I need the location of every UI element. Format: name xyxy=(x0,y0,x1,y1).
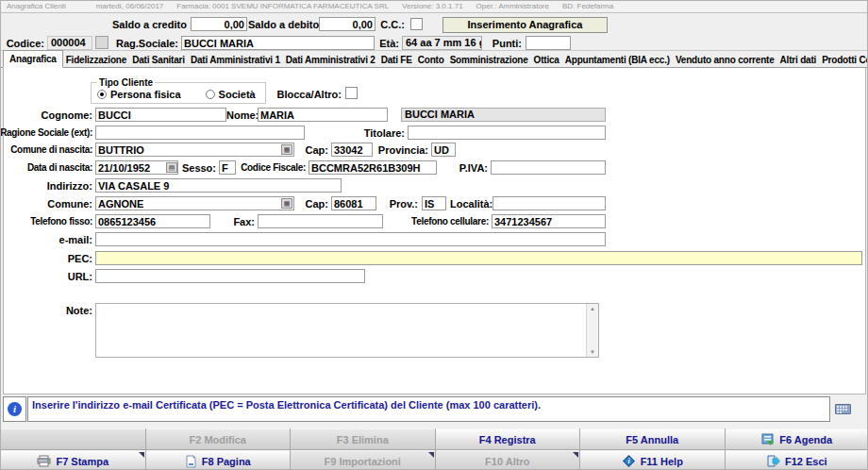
comune-nascita-label: Comune di nascita: xyxy=(4,144,92,155)
f8-pagina-button[interactable]: F8 Pagina xyxy=(146,450,291,470)
piva-field[interactable] xyxy=(491,160,606,175)
sesso-field[interactable] xyxy=(219,160,236,175)
blocca-altro-label: Blocca/Altro: xyxy=(275,89,342,100)
comune-nascita-field[interactable] xyxy=(95,143,294,157)
localita-field[interactable] xyxy=(492,196,606,210)
header-panel: Saldo a credito : Saldo a debito : C.C.:… xyxy=(1,12,868,51)
url-field[interactable] xyxy=(95,269,365,283)
tab-bar: Anagrafica Fidelizzazione Dati Sanitari … xyxy=(1,51,868,68)
indirizzo-label: Indirizzo: xyxy=(4,180,92,192)
cap-nascita-label: Cap: xyxy=(300,144,328,156)
provincia-field[interactable] xyxy=(431,143,456,157)
cap-nascita-field[interactable] xyxy=(331,143,373,157)
f9-importazioni-button: F9 Importazioni xyxy=(291,450,435,470)
app-title: Anagrafica Clienti xyxy=(7,2,66,10)
punti-label: Punti: xyxy=(490,38,522,49)
eta-label: Età: xyxy=(376,38,399,49)
f11-help-button[interactable]: i F11 Help xyxy=(580,450,725,470)
tab-venduto-anno-corrente[interactable]: Venduto anno corrente xyxy=(673,52,777,67)
printer-icon xyxy=(37,455,51,467)
f6-agenda-button[interactable]: F6 Agenda xyxy=(726,428,868,449)
prov-label: Prov.: xyxy=(380,198,418,210)
saldo-debito-field[interactable] xyxy=(319,17,376,31)
calendar-icon[interactable]: ▤ xyxy=(166,162,177,173)
status-bar: i Inserire l'indirizzo e-mail Certificat… xyxy=(1,396,868,423)
tel-cellulare-label: Telefono cellulare: xyxy=(404,216,489,227)
blocca-altro-checkbox[interactable] xyxy=(345,87,358,99)
radio-societa[interactable]: Società xyxy=(206,89,256,100)
codice-fiscale-field[interactable] xyxy=(309,160,437,175)
note-scrollbar[interactable]: ▲ ▼ xyxy=(586,304,598,357)
fax-field[interactable] xyxy=(258,214,383,228)
tab-altri-dati[interactable]: Altri dati xyxy=(777,52,820,67)
provincia-label: Provincia: xyxy=(376,144,428,156)
comune-lookup-icon[interactable]: ▦ xyxy=(281,198,292,209)
cognome-field[interactable] xyxy=(95,108,226,122)
titlebar: Anagrafica Clienti martedì, 06/06/2017 F… xyxy=(1,1,868,11)
tel-fisso-field[interactable] xyxy=(95,214,210,228)
agenda-icon xyxy=(761,433,775,445)
cc-label: C.C.: xyxy=(378,19,405,30)
titlebar-date: martedì, 06/06/2017 xyxy=(96,2,164,10)
codice-lookup-button[interactable] xyxy=(95,36,108,49)
localita-label: Località: xyxy=(450,198,490,210)
tab-fidelizzazione[interactable]: Fidelizzazione xyxy=(63,52,129,67)
keyboard-icon[interactable] xyxy=(835,404,851,414)
titolare-label: Titolare: xyxy=(339,127,405,139)
note-label: Note: xyxy=(4,305,92,316)
radio-dot-icon xyxy=(206,90,215,99)
nome-field[interactable] xyxy=(258,108,388,122)
tab-prodotti-collegati[interactable]: Prodotti Collegati xyxy=(819,52,868,67)
ragsociale-field[interactable] xyxy=(181,36,375,50)
scroll-down-icon[interactable]: ▼ xyxy=(590,349,595,355)
tab-dati-amministrativi-1[interactable]: Dati Amministrativi 1 xyxy=(188,52,283,67)
status-message-box: Inserire l'indirizzo e-mail Certificata … xyxy=(27,396,830,422)
f5-annulla-button[interactable]: F5 Annulla xyxy=(580,428,725,449)
note-textarea[interactable]: ▲ ▼ xyxy=(95,303,599,358)
cap-label: Cap: xyxy=(300,198,328,210)
email-field[interactable] xyxy=(95,232,606,246)
tab-dati-sanitari[interactable]: Dati Sanitari xyxy=(129,52,188,67)
f4-registra-button[interactable]: F4 Registra xyxy=(436,428,580,449)
cap-field[interactable] xyxy=(331,196,376,210)
indirizzo-field[interactable] xyxy=(95,178,342,193)
help-icon: i xyxy=(622,454,636,468)
tel-fisso-label: Telefono fisso: xyxy=(4,216,92,227)
tab-anagrafica[interactable]: Anagrafica xyxy=(3,50,63,68)
pec-label: PEC: xyxy=(4,253,92,264)
ragione-ext-field[interactable] xyxy=(95,126,305,140)
titlebar-farmacia: Farmacia: 0001 SVEMU INFORMATICA FARMACE… xyxy=(176,2,389,10)
saldo-credito-field[interactable] xyxy=(191,17,247,31)
function-key-bar: F2 Modifica F3 Elimina F4 Registra F5 An… xyxy=(1,428,868,470)
codice-fiscale-label: Codice Fiscale: xyxy=(238,162,306,173)
titolare-field[interactable] xyxy=(408,126,606,140)
pec-field[interactable] xyxy=(95,251,862,265)
tab-ottica[interactable]: Ottica xyxy=(531,52,562,67)
nome-label: Nome: xyxy=(226,109,255,121)
prov-field[interactable] xyxy=(422,196,446,210)
eta-value: 64 aa 7 mm 16 gg xyxy=(402,36,482,50)
cc-checkbox[interactable] xyxy=(410,18,423,30)
comune-field[interactable] xyxy=(95,196,294,210)
comune-nascita-lookup-icon[interactable]: ▦ xyxy=(281,144,292,155)
anagrafica-clienti-window: Anagrafica Clienti martedì, 06/06/2017 F… xyxy=(0,0,868,470)
f12-esci-button[interactable]: F12 Esci xyxy=(726,450,868,470)
tel-cellulare-field[interactable] xyxy=(492,214,606,228)
tab-appuntamenti[interactable]: Appuntamenti (BIA ecc.) xyxy=(562,52,673,67)
status-icon-box: i xyxy=(3,396,26,422)
tab-dati-fe[interactable]: Dati FE xyxy=(378,52,415,67)
f7-stampa-button[interactable]: F7 Stampa xyxy=(1,450,145,470)
f10-altro-button: F10 Altro xyxy=(436,450,580,470)
mode-banner: Inserimento Anagrafica xyxy=(442,17,608,33)
exit-icon xyxy=(767,455,780,467)
comune-label: Comune: xyxy=(4,198,92,210)
punti-field[interactable] xyxy=(526,36,571,50)
tipo-cliente-legend: Tipo Cliente xyxy=(97,77,155,88)
tab-somministrazione[interactable]: Somministrazione xyxy=(447,52,531,67)
saldo-credito-label: Saldo a credito : xyxy=(112,19,188,30)
tipo-cliente-group: Tipo Cliente Persona fisica Società xyxy=(91,77,266,104)
tab-dati-amministrativi-2[interactable]: Dati Amministrativi 2 xyxy=(283,52,378,67)
radio-persona-fisica[interactable]: Persona fisica xyxy=(97,89,181,100)
tab-conto[interactable]: Conto xyxy=(415,52,447,67)
scroll-up-icon[interactable]: ▲ xyxy=(590,306,595,311)
